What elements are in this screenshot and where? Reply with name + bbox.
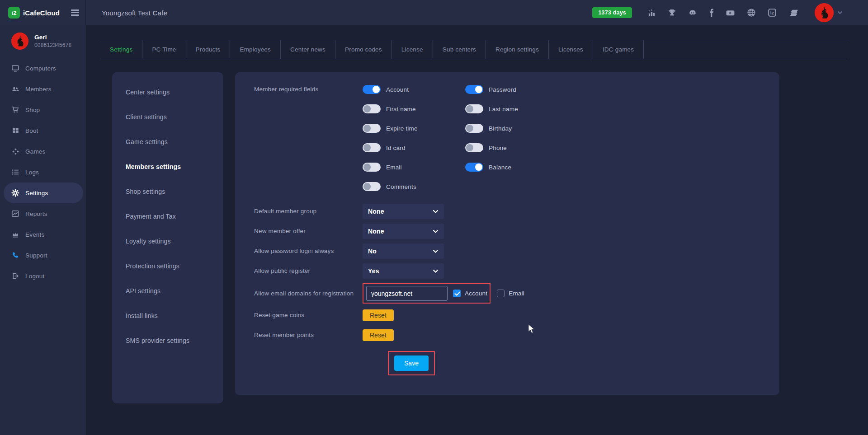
- crown-icon: [11, 230, 19, 239]
- allow-public-register-select[interactable]: Yes: [363, 263, 444, 279]
- submenu-loyalty-settings[interactable]: Loyalty settings: [112, 229, 223, 253]
- people-icon: [11, 85, 19, 93]
- sidebar-item-logout[interactable]: Logout: [0, 266, 86, 286]
- save-highlight: Save: [388, 351, 435, 375]
- account-checkbox-group[interactable]: Account: [453, 290, 487, 297]
- tab-region-settings[interactable]: Region settings: [486, 40, 549, 59]
- sidebar-item-logs[interactable]: Logs: [0, 162, 86, 182]
- default-member-group-select[interactable]: None: [363, 204, 444, 219]
- account-checkbox[interactable]: [453, 290, 461, 297]
- facebook-icon[interactable]: [709, 9, 714, 17]
- submenu-members-settings[interactable]: Members settings: [112, 154, 223, 179]
- user-avatar[interactable]: [815, 3, 834, 22]
- member-required-fields-toggles: Account Password First name Last name Ex…: [363, 85, 601, 191]
- discord-icon[interactable]: [688, 9, 697, 17]
- tab-licenses[interactable]: Licenses: [549, 40, 593, 59]
- member-required-fields-label: Member required fields: [254, 85, 363, 94]
- reset-game-coins-button[interactable]: Reset: [363, 309, 394, 321]
- toggle-email[interactable]: [363, 163, 381, 172]
- settings-submenu: Center settings Client settings Game set…: [112, 72, 223, 403]
- cart-icon: [11, 106, 19, 114]
- gamepad-icon: [11, 147, 19, 155]
- sidebar-item-games[interactable]: Games: [0, 141, 86, 162]
- tab-center-news[interactable]: Center news: [281, 40, 335, 59]
- tab-sub-centers[interactable]: Sub centers: [433, 40, 486, 59]
- sidebar-item-support[interactable]: Support: [0, 245, 86, 266]
- tab-employees[interactable]: Employees: [230, 40, 281, 59]
- toggle-account[interactable]: [363, 85, 381, 94]
- gear-icon: [11, 189, 19, 197]
- logo-text: iCafeCloud: [23, 9, 60, 17]
- email-domains-input[interactable]: [366, 286, 448, 301]
- toggle-password[interactable]: [465, 85, 483, 94]
- submenu-shop-settings[interactable]: Shop settings: [112, 179, 223, 204]
- toggle-phone[interactable]: [465, 143, 483, 152]
- sidebar-item-shop[interactable]: Shop: [0, 99, 86, 120]
- toggle-expire-time[interactable]: [363, 124, 381, 133]
- save-button[interactable]: Save: [394, 355, 429, 371]
- tab-pc-time[interactable]: PC Time: [142, 40, 186, 59]
- tab-products[interactable]: Products: [186, 40, 231, 59]
- submenu-install-links[interactable]: Install links: [112, 303, 223, 328]
- sidebar-item-boot[interactable]: Boot: [0, 120, 86, 141]
- toggle-first-name[interactable]: [363, 104, 381, 113]
- icafecloud-icon[interactable]: i2: [768, 8, 777, 17]
- toggle-comments[interactable]: [363, 182, 381, 191]
- sidebar-item-settings[interactable]: Settings: [4, 182, 83, 203]
- submenu-payment-and-tax[interactable]: Payment and Tax: [112, 204, 223, 229]
- sidebar-item-computers[interactable]: Computers: [0, 58, 86, 79]
- members-settings-form: Member required fields Account Password …: [235, 72, 779, 395]
- globe-icon[interactable]: [747, 8, 756, 17]
- tab-license[interactable]: License: [392, 40, 433, 59]
- sidebar: Geri 008612345678 Computers Members Shop…: [0, 25, 86, 435]
- chevron-down-icon: [433, 229, 439, 234]
- topbar: i2 iCafeCloud Youngzsoft Test Cafe 1373 …: [0, 0, 868, 25]
- toggle-last-name[interactable]: [465, 104, 483, 113]
- content: Settings PC Time Products Employees Cent…: [86, 25, 868, 435]
- list-icon: [11, 168, 19, 176]
- submenu-game-settings[interactable]: Game settings: [112, 129, 223, 154]
- icafecloud-logo-icon: i2: [8, 7, 20, 19]
- leaderboard-icon[interactable]: [647, 9, 656, 17]
- tab-promo-codes[interactable]: Promo codes: [335, 40, 392, 59]
- user-name: Geri: [34, 34, 72, 41]
- toggle-id-card[interactable]: [363, 143, 381, 152]
- sidebar-user[interactable]: Geri 008612345678: [0, 25, 86, 50]
- monitor-icon: [11, 64, 19, 72]
- license-days-badge[interactable]: 1373 days: [592, 7, 632, 18]
- submenu-protection-settings[interactable]: Protection settings: [112, 253, 223, 278]
- sidebar-item-members[interactable]: Members: [0, 79, 86, 99]
- layers-icon[interactable]: [788, 9, 800, 17]
- allow-password-login-select[interactable]: No: [363, 243, 444, 259]
- hamburger-menu-icon[interactable]: [71, 9, 79, 15]
- sidebar-avatar: [11, 33, 28, 50]
- windows-icon: [11, 126, 19, 135]
- phone-icon: [11, 251, 19, 259]
- tabs-bottom-rule: [100, 59, 849, 59]
- tab-settings[interactable]: Settings: [100, 40, 142, 59]
- tab-idc-games[interactable]: IDC games: [593, 40, 644, 59]
- toggle-balance[interactable]: [465, 163, 483, 172]
- chevron-down-icon: [433, 269, 439, 273]
- submenu-center-settings[interactable]: Center settings: [112, 80, 223, 104]
- sidebar-item-events[interactable]: Events: [0, 224, 86, 245]
- email-domains-highlight: Account: [363, 283, 491, 304]
- sidebar-nav: Computers Members Shop Boot Games Logs: [0, 58, 86, 286]
- submenu-client-settings[interactable]: Client settings: [112, 104, 223, 129]
- email-checkbox-group[interactable]: Email: [497, 290, 524, 297]
- sidebar-item-reports[interactable]: Reports: [0, 203, 86, 224]
- logout-icon: [11, 272, 19, 280]
- chevron-down-icon: [433, 210, 439, 214]
- submenu-sms-provider-settings[interactable]: SMS provider settings: [112, 328, 223, 353]
- toggle-birthday[interactable]: [465, 124, 483, 133]
- email-checkbox[interactable]: [497, 290, 505, 297]
- new-member-offer-select[interactable]: None: [363, 224, 444, 239]
- page-title: Youngzsoft Test Cafe: [102, 9, 167, 17]
- chevron-down-icon[interactable]: [837, 11, 843, 14]
- reset-member-points-button[interactable]: Reset: [363, 329, 394, 341]
- logo: i2 iCafeCloud: [0, 0, 86, 25]
- submenu-api-settings[interactable]: API settings: [112, 278, 223, 303]
- youtube-icon[interactable]: [726, 9, 735, 17]
- trophy-icon[interactable]: [668, 9, 676, 17]
- chevron-down-icon: [433, 249, 439, 253]
